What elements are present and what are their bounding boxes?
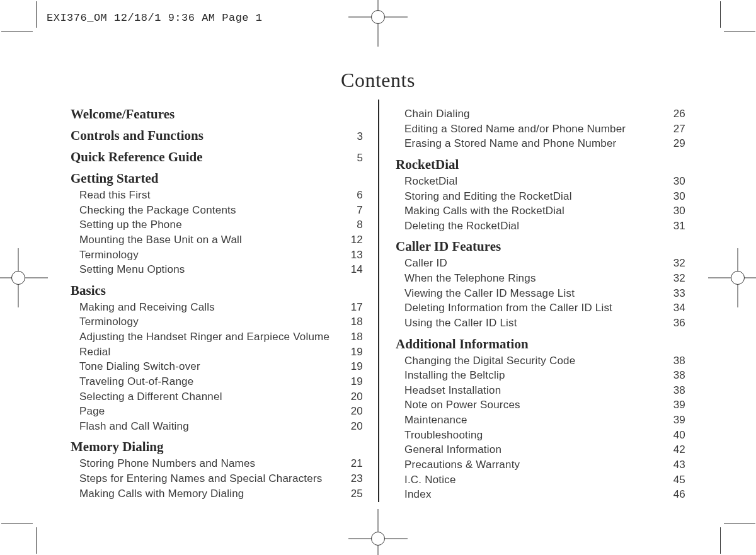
toc-entry: Using the Caller ID List36 xyxy=(396,316,685,331)
toc-entry: Mounting the Base Unit on a Wall12 xyxy=(71,232,363,248)
toc-entry: Steps for Entering Names and Special Cha… xyxy=(71,471,363,486)
toc-section-heading: Additional Information xyxy=(396,336,685,352)
toc-entry: Headset Installation38 xyxy=(396,383,685,398)
toc-entry: Terminology13 xyxy=(71,248,363,263)
toc-entry: Checking the Package Contents7 xyxy=(71,203,363,218)
toc-entry: Terminology18 xyxy=(71,314,363,329)
toc-entry: Erasing a Stored Name and Phone Number29 xyxy=(396,136,685,151)
registration-mark-icon xyxy=(371,532,385,546)
toc-entry: Index46 xyxy=(396,487,685,502)
crop-mark-icon xyxy=(36,523,37,524)
toc-entry: When the Telephone Rings32 xyxy=(396,271,685,286)
toc-section-heading: Memory Dialing xyxy=(71,439,363,455)
toc-section-heading: Caller ID Features xyxy=(396,239,685,255)
toc-entry: RocketDial30 xyxy=(396,174,685,189)
toc-entry: Installing the Beltclip38 xyxy=(396,368,685,383)
toc-entry: Selecting a Different Channel20 xyxy=(71,389,363,404)
toc-entry: Troubleshooting40 xyxy=(396,428,685,443)
toc-entry: Precautions & Warranty43 xyxy=(396,457,685,472)
toc-entry: Storing Phone Numbers and Names21 xyxy=(71,456,363,471)
toc-entry: Making and Receiving Calls17 xyxy=(71,300,363,315)
toc-entry: Adjusting the Handset Ringer and Earpiec… xyxy=(71,329,363,345)
toc-entry: Caller ID32 xyxy=(396,256,685,271)
toc-entry: I.C. Notice45 xyxy=(396,472,685,488)
crop-mark-icon xyxy=(36,31,37,32)
toc-entry: Viewing the Caller ID Message List33 xyxy=(396,286,685,301)
toc-entry: Traveling Out-of-Range19 xyxy=(71,374,363,389)
registration-mark-icon xyxy=(731,271,745,285)
toc-entry: Maintenance39 xyxy=(396,413,685,428)
toc-entry: Chain Dialing26 xyxy=(396,106,685,122)
crop-mark-icon xyxy=(720,31,721,32)
toc-entry: Redial19 xyxy=(71,345,363,360)
toc-section-heading: RocketDial xyxy=(396,157,685,173)
registration-mark-icon xyxy=(371,10,385,24)
toc-entry: Note on Power Sources39 xyxy=(396,398,685,413)
toc-entry: Changing the Digital Security Code38 xyxy=(396,353,685,369)
toc-section-heading: Welcome/Features xyxy=(71,106,363,122)
toc-entry: Storing and Editing the RocketDial30 xyxy=(396,189,685,204)
toc-entry: Page20 xyxy=(71,404,363,419)
toc-section-heading: Getting Started xyxy=(71,171,363,186)
toc-section-heading: Controls and Functions3 xyxy=(71,128,363,144)
toc-section-heading: Quick Reference Guide5 xyxy=(71,149,363,165)
toc-entry: Deleting Information from the Caller ID … xyxy=(396,300,685,316)
toc-entry: Editing a Stored Name and/or Phone Numbe… xyxy=(396,122,685,137)
contents-column-right: Chain Dialing26Editing a Stored Name and… xyxy=(378,100,685,502)
contents-column-left: Welcome/FeaturesControls and Functions3Q… xyxy=(71,100,378,502)
toc-entry: Setting Menu Options14 xyxy=(71,262,363,277)
toc-entry: Read this First6 xyxy=(71,188,363,203)
page-title: Contents xyxy=(0,69,756,92)
toc-entry: Flash and Call Waiting20 xyxy=(71,419,363,434)
toc-entry: Deleting the RocketDial31 xyxy=(396,219,685,234)
toc-entry: Making Calls with Memory Dialing25 xyxy=(71,486,363,501)
toc-entry: General Information42 xyxy=(396,442,685,457)
registration-mark-icon xyxy=(11,271,25,285)
crop-mark-icon xyxy=(720,523,721,524)
toc-entry: Tone Dialing Switch-over19 xyxy=(71,359,363,374)
toc-entry: Setting up the Phone8 xyxy=(71,217,363,232)
print-header: EXI376_OM 12/18/1 9:36 AM Page 1 xyxy=(47,12,262,24)
toc-section-heading: Basics xyxy=(71,283,363,299)
toc-entry: Making Calls with the RocketDial30 xyxy=(396,203,685,219)
contents-columns: Welcome/FeaturesControls and Functions3Q… xyxy=(71,100,685,502)
